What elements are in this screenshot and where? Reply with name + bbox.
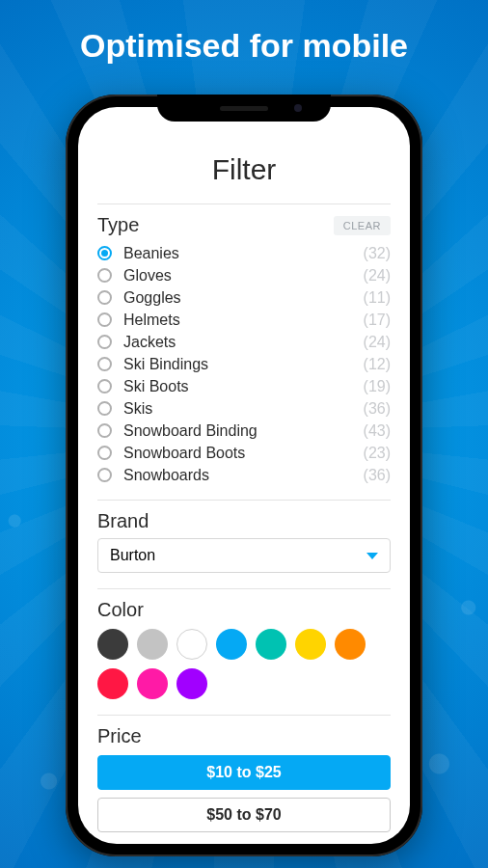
brand-select[interactable]: Burton	[97, 538, 391, 573]
type-label: Jackets	[123, 334, 364, 351]
type-label: Snowboards	[123, 467, 364, 484]
color-swatch[interactable]	[295, 629, 326, 660]
brand-section-title: Brand	[97, 510, 391, 532]
type-count: (19)	[364, 378, 391, 395]
radio-icon	[97, 401, 112, 416]
type-label: Beanies	[123, 245, 364, 262]
type-section-title: Type	[97, 214, 139, 236]
type-label: Snowboard Binding	[123, 422, 364, 440]
price-range-button[interactable]: $10 to $25	[97, 755, 391, 790]
type-count: (24)	[364, 334, 391, 351]
type-option[interactable]: Skis(36)	[97, 397, 391, 420]
page-title: Filter	[97, 153, 391, 186]
divider	[97, 203, 391, 204]
type-label: Ski Bindings	[123, 356, 364, 373]
color-swatch[interactable]	[256, 629, 286, 660]
color-swatch[interactable]	[97, 629, 128, 660]
promo-headline: Optimised for mobile	[0, 27, 488, 65]
radio-icon	[97, 357, 112, 371]
price-section-title: Price	[97, 725, 391, 747]
type-option[interactable]: Helmets(17)	[97, 309, 391, 331]
brand-selected-value: Burton	[110, 547, 155, 564]
type-count: (36)	[364, 467, 391, 484]
type-count: (17)	[364, 312, 391, 329]
color-section-title: Color	[97, 599, 391, 621]
type-label: Skis	[123, 400, 364, 418]
color-swatch[interactable]	[176, 668, 207, 699]
type-option[interactable]: Goggles(11)	[97, 286, 391, 309]
type-option[interactable]: Snowboard Binding(43)	[97, 420, 391, 442]
divider	[97, 715, 391, 716]
color-swatch-group	[97, 629, 391, 699]
type-count: (11)	[364, 289, 391, 307]
phone-notch	[157, 95, 331, 122]
radio-icon	[97, 268, 112, 283]
type-count: (23)	[364, 445, 391, 462]
radio-icon	[97, 379, 112, 393]
color-swatch[interactable]	[137, 668, 168, 699]
type-option[interactable]: Beanies(32)	[97, 242, 391, 264]
type-option[interactable]: Ski Boots(19)	[97, 375, 391, 397]
color-swatch[interactable]	[335, 629, 366, 660]
type-option[interactable]: Snowboard Boots(23)	[97, 442, 391, 464]
type-count: (24)	[364, 267, 391, 285]
color-swatch[interactable]	[216, 629, 247, 660]
type-label: Helmets	[123, 312, 364, 329]
radio-icon	[97, 446, 112, 460]
type-label: Goggles	[123, 289, 364, 307]
clear-button[interactable]: CLEAR	[334, 216, 391, 235]
type-list: Beanies(32)Gloves(24)Goggles(11)Helmets(…	[97, 242, 391, 486]
type-label: Ski Boots	[123, 378, 364, 395]
type-option[interactable]: Snowboards(36)	[97, 464, 391, 486]
radio-icon	[97, 246, 112, 260]
radio-icon	[97, 335, 112, 349]
radio-icon	[97, 423, 112, 438]
radio-icon	[97, 290, 112, 305]
type-label: Gloves	[123, 267, 364, 285]
type-label: Snowboard Boots	[123, 445, 364, 462]
type-count: (36)	[364, 400, 391, 418]
divider	[97, 500, 391, 501]
divider	[97, 588, 391, 589]
chevron-down-icon	[366, 553, 378, 559]
phone-screen: Filter Type CLEAR Beanies(32)Gloves(24)G…	[78, 107, 410, 844]
color-swatch[interactable]	[97, 668, 128, 699]
type-option[interactable]: Gloves(24)	[97, 264, 391, 286]
type-count: (12)	[364, 356, 391, 373]
type-option[interactable]: Jackets(24)	[97, 331, 391, 353]
radio-icon	[97, 312, 112, 327]
type-count: (32)	[364, 245, 391, 262]
radio-icon	[97, 468, 112, 482]
color-swatch[interactable]	[176, 629, 207, 660]
color-swatch[interactable]	[137, 629, 168, 660]
type-count: (43)	[364, 422, 391, 440]
price-range-button[interactable]: $50 to $70	[97, 798, 391, 832]
type-option[interactable]: Ski Bindings(12)	[97, 353, 391, 375]
phone-frame: Filter Type CLEAR Beanies(32)Gloves(24)G…	[66, 95, 422, 856]
